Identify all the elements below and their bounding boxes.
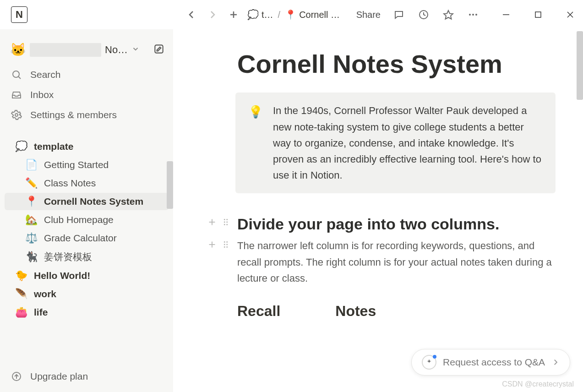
black-cat-icon: 🐈‍⬛ <box>25 251 38 263</box>
svg-point-23 <box>224 224 225 225</box>
thought-balloon-icon: 💭 <box>15 141 27 152</box>
page-title[interactable]: Cornell Notes System <box>237 49 556 79</box>
chevron-down-icon <box>131 45 140 55</box>
section-body[interactable]: The narrower left column is for recordin… <box>237 238 556 286</box>
nav-history <box>185 8 240 21</box>
workspace-name-redacted <box>30 43 101 57</box>
svg-point-27 <box>224 241 225 243</box>
sidebar-page-list: 💭template📄Getting Started✏️Class Notes📍C… <box>0 137 173 322</box>
sidebar-scrollbar[interactable] <box>167 161 173 209</box>
qa-request-button[interactable]: Request access to Q&A <box>411 349 570 376</box>
svg-point-30 <box>226 244 228 245</box>
two-column-block[interactable]: Recall Notes <box>237 303 556 320</box>
svg-rect-8 <box>535 12 541 17</box>
thought-balloon-icon: 💭 <box>247 9 259 20</box>
svg-point-20 <box>226 219 228 220</box>
sidebar-settings[interactable]: Settings & members <box>0 105 173 125</box>
main-scrollbar[interactable] <box>577 31 583 100</box>
section-heading[interactable]: Divide your page into two columns. <box>237 215 556 233</box>
svg-marker-3 <box>444 11 453 19</box>
share-button[interactable]: Share <box>356 10 381 20</box>
pencil-icon: ✏️ <box>25 177 38 189</box>
sidebar-page-item[interactable]: 🪶work <box>5 285 169 303</box>
sidebar: 🐱 No… Search Inbox Settings & members 💭t… <box>0 29 173 392</box>
svg-point-32 <box>226 246 228 248</box>
breadcrumb-separator: / <box>278 10 281 20</box>
cat-face-icon: 🐱 <box>10 42 26 57</box>
sidebar-search[interactable]: Search <box>0 65 173 85</box>
sidebar-page-label: Club Homepage <box>44 214 114 225</box>
watermark: CSDN @createcrystal <box>502 380 574 388</box>
purse-icon: 👛 <box>15 306 27 318</box>
sidebar-page-item[interactable]: 👛life <box>5 304 169 321</box>
callout-block[interactable]: 💡 In the 1940s, Cornell Professor Walter… <box>235 93 556 193</box>
svg-point-24 <box>226 224 228 225</box>
drag-handle[interactable] <box>221 217 231 229</box>
svg-point-12 <box>13 71 19 77</box>
sidebar-page-item[interactable]: ✏️Class Notes <box>5 174 169 192</box>
new-page-button[interactable] <box>153 43 165 57</box>
callout-text: In the 1940s, Cornell Professor Walter P… <box>273 103 543 183</box>
new-tab-button[interactable] <box>227 8 240 21</box>
workspace-suffix: No… <box>105 44 128 56</box>
breadcrumb-page-label: Cornell … <box>299 10 340 20</box>
feather-icon: 🪶 <box>15 288 27 300</box>
workspace-switcher[interactable]: 🐱 No… <box>0 42 173 65</box>
window-minimize[interactable] <box>500 8 512 21</box>
sparkle-icon <box>422 355 436 370</box>
sidebar-upgrade-label: Upgrade plan <box>30 371 88 382</box>
sidebar-page-item[interactable]: 💭template <box>5 138 169 155</box>
svg-point-29 <box>224 244 225 245</box>
svg-line-13 <box>18 76 21 79</box>
column-recall-heading[interactable]: Recall <box>237 303 280 320</box>
round-pushpin-icon: 📍 <box>25 196 38 207</box>
sidebar-page-label: template <box>34 141 73 152</box>
add-block-button[interactable] <box>207 240 217 251</box>
topbar: N 💭 t… / 📍 Cornell … Share <box>0 0 583 29</box>
chevron-right-icon <box>551 358 560 366</box>
back-button[interactable] <box>185 8 198 21</box>
sidebar-search-label: Search <box>30 69 61 80</box>
main-content: Cornell Notes System 💡 In the 1940s, Cor… <box>173 29 583 392</box>
sidebar-page-label: Class Notes <box>44 178 96 189</box>
forward-button[interactable] <box>206 8 219 21</box>
sidebar-page-label: Cornell Notes System <box>44 196 143 207</box>
comments-button[interactable] <box>392 8 405 21</box>
breadcrumb: 💭 t… / 📍 Cornell … <box>247 9 340 20</box>
svg-point-21 <box>224 222 225 223</box>
breadcrumb-root-label: t… <box>262 10 273 20</box>
house-garden-icon: 🏡 <box>25 214 38 226</box>
page-icon: 📄 <box>25 159 38 171</box>
sidebar-page-item[interactable]: ⚖️Grade Calculator <box>5 229 169 247</box>
favorite-button[interactable] <box>442 8 455 21</box>
sidebar-page-item[interactable]: 🐤Hello World! <box>5 267 169 284</box>
sidebar-page-item[interactable]: 📄Getting Started <box>5 156 169 174</box>
inbox-icon <box>10 88 23 101</box>
sidebar-page-item[interactable]: 📍Cornell Notes System <box>5 193 169 210</box>
sidebar-page-item[interactable]: 🐈‍⬛姜饼资模板 <box>5 248 169 266</box>
sidebar-inbox[interactable]: Inbox <box>0 85 173 105</box>
add-block-button[interactable] <box>207 217 217 229</box>
sidebar-inbox-label: Inbox <box>30 89 54 100</box>
sidebar-page-label: 姜饼资模板 <box>44 250 92 263</box>
more-button[interactable] <box>467 8 479 21</box>
baby-chick-icon: 🐤 <box>15 270 27 282</box>
round-pushpin-icon: 📍 <box>285 9 296 20</box>
sidebar-page-item[interactable]: 🏡Club Homepage <box>5 211 169 229</box>
sidebar-upgrade[interactable]: Upgrade plan <box>0 366 173 387</box>
svg-point-14 <box>15 114 18 116</box>
breadcrumb-page[interactable]: 📍 Cornell … <box>285 9 340 20</box>
drag-handle[interactable] <box>221 240 231 251</box>
updates-button[interactable] <box>417 8 430 21</box>
qa-request-label: Request access to Q&A <box>443 357 545 368</box>
window-close[interactable] <box>564 8 577 21</box>
breadcrumb-root[interactable]: 💭 t… <box>247 9 273 20</box>
svg-point-19 <box>224 219 225 220</box>
lightbulb-icon: 💡 <box>248 103 263 183</box>
column-notes-heading[interactable]: Notes <box>335 303 376 320</box>
app-logo: N <box>11 6 27 23</box>
svg-point-22 <box>226 222 228 223</box>
sidebar-page-label: work <box>34 289 56 299</box>
svg-point-28 <box>226 241 228 243</box>
window-maximize[interactable] <box>532 8 545 21</box>
